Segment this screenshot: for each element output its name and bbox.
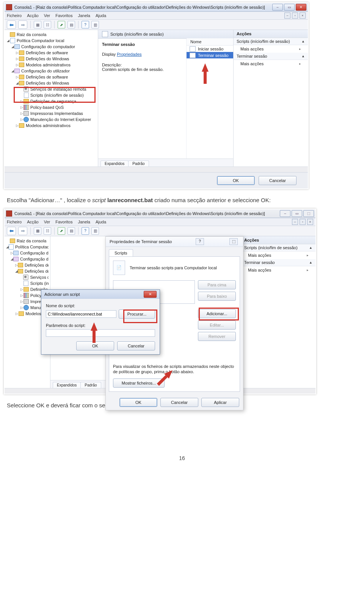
minimize-button[interactable]: – <box>272 4 283 11</box>
tree-item[interactable]: Definições do Windows <box>26 81 69 85</box>
procurar-button[interactable]: Procurar... <box>119 309 155 319</box>
tree-item[interactable]: Definições de software <box>25 263 49 267</box>
toolbar-icon[interactable]: ☷ <box>44 227 51 235</box>
tree-item[interactable]: Definições de software <box>26 75 68 79</box>
tree-item[interactable]: Definições do Windows <box>25 269 49 273</box>
actions-more[interactable]: Mais acções▸ <box>241 266 315 274</box>
maximize-button[interactable]: ▭ <box>284 4 295 11</box>
mdi-restore-button[interactable]: ▫ <box>300 219 306 225</box>
tree-item[interactable]: Definições de segurança <box>30 99 76 104</box>
adicionar-button[interactable]: Adicionar... <box>198 309 236 318</box>
menu-accao[interactable]: Acção <box>27 220 39 224</box>
mdi-restore-button[interactable]: ▫ <box>292 13 298 19</box>
properties-link[interactable]: Propriedades <box>117 52 141 57</box>
window-title: Consola1 - [Raiz da consola\Política Com… <box>14 211 280 216</box>
tree-item[interactable]: Serviços de instalação remota <box>30 87 86 91</box>
nav-forward-button[interactable]: ➡ <box>18 227 27 235</box>
nav-back-button[interactable]: ⬅ <box>7 227 16 235</box>
toolbar-icon[interactable]: ▥ <box>91 227 99 235</box>
tree-item[interactable]: Policy-based QoS <box>30 105 64 110</box>
actions-group-terminar[interactable]: Terminar sessão▲ <box>234 53 308 60</box>
tree-policy[interactable]: Política Computador local <box>17 38 64 43</box>
menu-ver[interactable]: Ver <box>44 13 50 18</box>
parametros-input[interactable] <box>46 329 155 337</box>
help-button[interactable]: ? <box>196 238 204 245</box>
mdi-close-button[interactable]: × <box>300 13 306 19</box>
menu-favoritos[interactable]: Favoritos <box>55 220 72 224</box>
tree-item[interactable]: Scripts (in <box>30 281 49 286</box>
tab-expandidos[interactable]: Expandidos <box>100 160 129 166</box>
list-item-iniciar[interactable]: Iniciar sessão <box>187 46 233 52</box>
close-button[interactable]: ✕ <box>296 4 306 11</box>
export-icon[interactable]: ⬈ <box>58 227 65 235</box>
tree-item[interactable]: Modelos administrativos <box>26 123 71 128</box>
toolbar-icon[interactable]: ▦ <box>34 227 41 235</box>
minimize-button[interactable]: – <box>280 210 290 217</box>
actions-group-terminar[interactable]: Terminar sessão▲ <box>241 259 315 266</box>
column-header-nome[interactable]: Nome <box>187 38 233 46</box>
mdi-minimize-button[interactable]: – <box>292 219 298 225</box>
toolbar-icon[interactable]: ▥ <box>91 21 99 28</box>
list-item-terminar[interactable]: Terminar sessão <box>187 52 233 58</box>
maximize-button[interactable]: ▭ <box>292 210 302 217</box>
menu-janela[interactable]: Janela <box>78 13 90 18</box>
tree-item[interactable]: Modelos administrativos <box>26 63 71 67</box>
tree-root[interactable]: Raiz da consola <box>17 239 46 243</box>
editar-button[interactable]: Editar... <box>198 320 236 330</box>
cancelar-button[interactable]: Cancelar <box>259 176 297 185</box>
menu-ficheiro[interactable]: Ficheiro <box>7 13 22 18</box>
nav-back-button[interactable]: ⬅ <box>7 20 16 29</box>
menu-janela[interactable]: Janela <box>78 220 90 224</box>
tree-computer-config[interactable]: Configuração do computador <box>21 44 75 49</box>
help-icon[interactable]: ? <box>82 227 89 235</box>
actions-more[interactable]: Mais acções▸ <box>241 251 315 259</box>
tab-scripts[interactable]: Scripts <box>109 249 133 256</box>
toolbar-icon[interactable]: ▤ <box>67 21 75 28</box>
close-button[interactable]: ⬚ <box>303 210 314 217</box>
tree-policy[interactable]: Política Computador local <box>15 245 49 249</box>
aplicar-button[interactable]: Aplicar <box>201 398 239 407</box>
tree-item[interactable]: Configuração do computador <box>20 251 49 255</box>
nome-script-input[interactable] <box>46 310 116 318</box>
actions-more[interactable]: Mais acções▸ <box>234 60 308 68</box>
nav-tree[interactable]: Raiz da consola ◢Política Computador loc… <box>5 30 98 166</box>
tree-item[interactable]: Definições de software <box>26 50 68 55</box>
ok-button[interactable]: OK <box>119 398 157 407</box>
toolbar-icon[interactable]: ▤ <box>67 227 75 235</box>
nav-forward-button[interactable]: ➡ <box>18 20 27 29</box>
tab-padrao[interactable]: Padrão <box>80 382 101 388</box>
mdi-minimize-button[interactable]: – <box>284 13 290 19</box>
tab-padrao[interactable]: Padrão <box>128 160 149 166</box>
tree-item[interactable]: Configuração do utilizador <box>20 257 49 261</box>
tree-item[interactable]: Manutenção do Internet Explorer <box>30 117 91 122</box>
tab-expandidos[interactable]: Expandidos <box>53 382 81 388</box>
menu-ajuda[interactable]: Ajuda <box>96 220 106 224</box>
cancelar-button[interactable]: Cancelar <box>160 398 198 407</box>
toolbar-icon[interactable]: ▦ <box>34 21 41 28</box>
tree-item[interactable]: Serviços d <box>30 275 49 280</box>
para-cima-button[interactable]: Para cima <box>198 280 236 289</box>
menu-accao[interactable]: Acção <box>27 13 39 18</box>
menu-ficheiro[interactable]: Ficheiro <box>7 220 22 224</box>
tree-user-config[interactable]: Configuração do utilizador <box>21 69 70 73</box>
actions-group-scripts[interactable]: Scripts (início/fim de sessão)▲ <box>234 38 308 45</box>
cancelar-button[interactable]: Cancelar <box>117 341 155 350</box>
close-button[interactable]: ⬚ <box>229 238 238 245</box>
tree-item[interactable]: Definições do Windows <box>26 57 69 61</box>
close-button[interactable]: ✕ <box>144 291 157 298</box>
ok-button[interactable]: OK <box>217 176 255 185</box>
mdi-close-button[interactable]: × <box>307 219 313 225</box>
help-icon[interactable]: ? <box>82 21 89 28</box>
remover-button[interactable]: Remover <box>198 332 236 341</box>
toolbar-icon[interactable]: ☷ <box>44 21 51 28</box>
actions-group-scripts[interactable]: Scripts (início/fim de sessão)▲ <box>241 244 315 251</box>
export-icon[interactable]: ⬈ <box>58 21 65 28</box>
actions-more[interactable]: Mais acções▸ <box>234 45 308 53</box>
para-baixo-button[interactable]: Para baixo <box>198 292 236 301</box>
tree-scripts[interactable]: Scripts (início/fim de sessão) <box>30 93 84 97</box>
menu-ver[interactable]: Ver <box>44 220 50 224</box>
tree-item[interactable]: Impressoras Implementadas <box>30 111 83 116</box>
menu-ajuda[interactable]: Ajuda <box>96 13 106 18</box>
tree-root[interactable]: Raiz da consola <box>17 32 46 37</box>
menu-favoritos[interactable]: Favoritos <box>55 13 72 18</box>
